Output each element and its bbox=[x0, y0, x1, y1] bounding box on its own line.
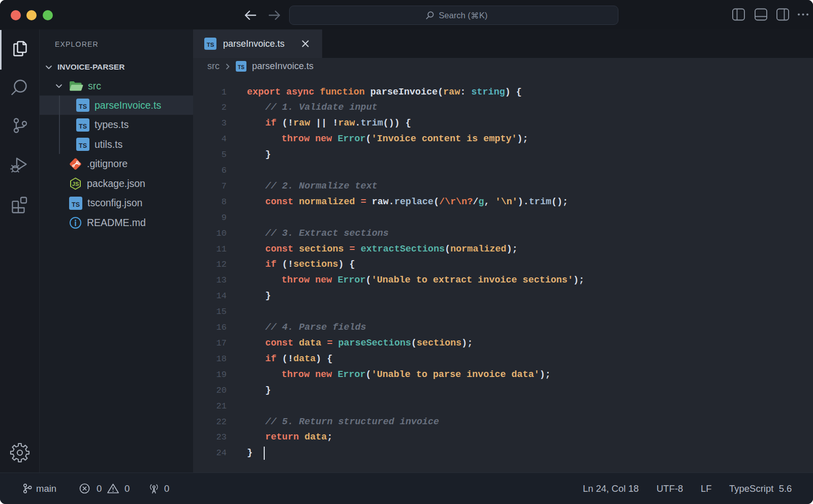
svg-text:TS: TS bbox=[238, 65, 244, 70]
svg-text:JS: JS bbox=[72, 181, 79, 187]
svg-text:TS: TS bbox=[79, 123, 87, 130]
svg-text:TS: TS bbox=[72, 201, 80, 208]
svg-text:TS: TS bbox=[79, 103, 87, 110]
svg-text:TS: TS bbox=[207, 42, 214, 48]
svg-text:TS: TS bbox=[79, 142, 87, 149]
